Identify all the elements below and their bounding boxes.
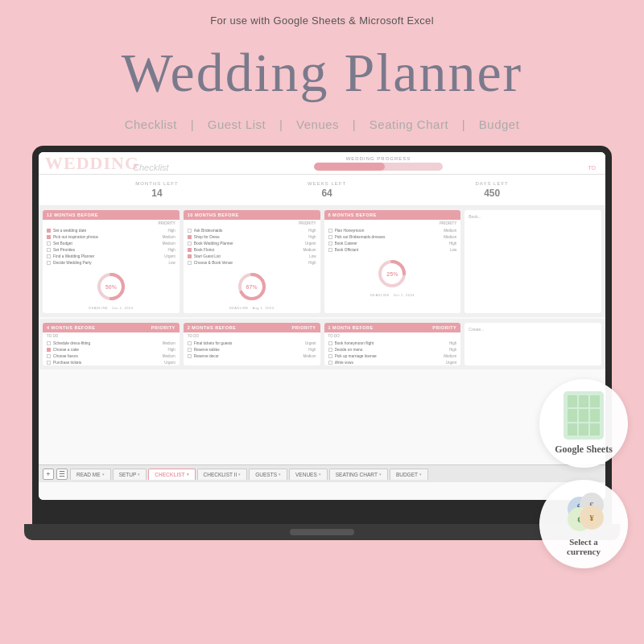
- task-priority-1-0: High: [308, 229, 316, 233]
- bottom-priority-1-1: High: [308, 348, 316, 352]
- bottom-checkbox-1-1[interactable]: [188, 348, 192, 352]
- task-text-0-1: Pick out inspiration photos: [53, 235, 160, 239]
- floating-icons: Google Sheets $ £ € ¥ Select acurrency: [539, 379, 628, 580]
- task-row-2-3: Book Officiant Low: [324, 246, 461, 253]
- card-header-0: 12 MONTHS BEFORE: [43, 210, 180, 220]
- google-sheets-icon: [564, 391, 604, 440]
- task-checkbox-2-0[interactable]: [328, 229, 332, 233]
- nav-sep-2: |: [279, 118, 287, 131]
- bottom-task-0-0: Schedule dress-fitting Medium: [43, 340, 180, 346]
- task-checkbox-0-1[interactable]: [47, 235, 51, 239]
- task-priority-2-2: High: [449, 242, 456, 246]
- task-row-0-4: Find a Wedding Planner Urgent: [43, 253, 180, 259]
- task-row-2-0: Plan Honeymoon Medium: [324, 227, 461, 233]
- progress-section: WEDDING PROGRESS: [185, 156, 572, 171]
- screen-main: WEDDING Checklist WEDDING PROGRESS TO: [39, 152, 605, 482]
- laptop-notch: [290, 529, 354, 535]
- card-donut-2: 25%: [324, 253, 461, 291]
- card-bottom-0: 4 MONTHS BEFORE PRIORITY TO DO Schedule …: [43, 323, 180, 365]
- task-checkbox-0-2[interactable]: [47, 242, 51, 246]
- task-text-1-2: Book Wedding Planner: [194, 242, 303, 246]
- task-checkbox-0-0[interactable]: [47, 229, 51, 233]
- card-deadline-0: DEADLINE Jun 1, 2024: [43, 304, 180, 313]
- tab-add-button[interactable]: +: [43, 469, 54, 480]
- task-row-1-5: Choose & Book Venue High: [184, 259, 320, 266]
- nav-guest-list[interactable]: Guest List: [208, 118, 266, 131]
- task-text-0-3: Set Priorities: [53, 248, 165, 252]
- tab-venues[interactable]: VENUES ▾: [289, 469, 328, 480]
- tab-seating-chart[interactable]: SEATING CHART ▾: [329, 469, 388, 480]
- stat-days-value: 450: [476, 188, 509, 199]
- task-row-2-1: Pick out Bridesmaids dresses Medium: [324, 233, 461, 240]
- tab-guests[interactable]: GUESTS ▾: [249, 469, 287, 480]
- task-checkbox-2-1[interactable]: [328, 235, 332, 239]
- task-checkbox-0-4[interactable]: [47, 254, 51, 258]
- bottom-checkbox-0-3[interactable]: [47, 361, 51, 365]
- nav-sep-3: |: [353, 118, 360, 131]
- tab-menu-button[interactable]: ☰: [56, 469, 68, 480]
- task-checkbox-1-5[interactable]: [188, 261, 192, 265]
- task-checkbox-1-3[interactable]: [188, 248, 192, 252]
- task-checkbox-1-1[interactable]: [188, 235, 192, 239]
- bottom-task-0-2: Choose favors Medium: [43, 353, 180, 359]
- card-bottom-2: 1 MONTH BEFORE PRIORITY TO DO Book honey…: [324, 323, 461, 365]
- card-header-1: 10 MONTHS BEFORE: [184, 210, 320, 220]
- card-bottom-3: Create...: [464, 323, 601, 365]
- top-note: For use with Google Sheets & Microsoft E…: [0, 14, 644, 27]
- tab-budget[interactable]: BUDGET ▾: [390, 469, 428, 480]
- laptop-body: WEDDING Checklist WEDDING PROGRESS TO: [32, 146, 612, 524]
- task-priority-0-0: High: [167, 229, 175, 233]
- progress-bar-fill: [314, 163, 385, 171]
- task-text-0-4: Find a Wedding Planner: [53, 254, 162, 258]
- bottom-task-text-1-2: Reserve decor: [194, 354, 301, 358]
- tab-checklist[interactable]: CHECKLIST ▾: [148, 469, 195, 480]
- bottom-task-text-2-1: Decide on menu: [335, 348, 447, 352]
- bottom-checkbox-1-2[interactable]: [188, 354, 192, 358]
- task-checkbox-0-5[interactable]: [47, 261, 51, 265]
- bottom-checkbox-0-0[interactable]: [47, 341, 51, 345]
- bottom-card-col-1: TO DO: [184, 332, 320, 340]
- bottom-checkbox-1-0[interactable]: [188, 341, 192, 345]
- donut-wrap-1: 67%: [237, 272, 266, 301]
- tab-read-me[interactable]: READ ME ▾: [70, 469, 111, 480]
- task-priority-0-3: High: [167, 248, 175, 252]
- to-label: TO: [588, 165, 599, 171]
- bottom-checkbox-0-2[interactable]: [47, 354, 51, 358]
- screen-content: WEDDING Checklist WEDDING PROGRESS TO: [39, 152, 605, 500]
- task-row-0-5: Decide Wedding Party Low: [43, 259, 180, 266]
- bottom-checkbox-2-3[interactable]: [328, 361, 332, 365]
- bottom-priority-0-3: Urgent: [164, 361, 175, 365]
- task-row-2-2: Book Caterer High: [324, 240, 461, 246]
- task-checkbox-1-4[interactable]: [188, 254, 192, 258]
- card-donut-1: 67%: [184, 266, 320, 304]
- task-checkbox-1-2[interactable]: [188, 242, 192, 246]
- bottom-task-text-0-1: Choose a cake: [53, 348, 165, 352]
- card-top-3: Book...: [464, 210, 601, 313]
- card-col-label-0: PRIORITY: [43, 220, 180, 227]
- bottom-task-2-0: Book honeymoon flight High: [324, 340, 461, 346]
- task-checkbox-2-2[interactable]: [328, 242, 332, 246]
- task-text-1-5: Choose & Book Venue: [194, 261, 306, 265]
- laptop-base: [24, 524, 620, 540]
- task-row-1-0: Ask Bridesmaids High: [184, 227, 320, 233]
- stat-weeks-value: 64: [308, 188, 346, 199]
- bottom-card-col-2: TO DO: [324, 332, 461, 340]
- task-checkbox-2-3[interactable]: [328, 248, 332, 252]
- bottom-checkbox-0-1[interactable]: [47, 348, 51, 352]
- task-checkbox-1-0[interactable]: [188, 229, 192, 233]
- task-checkbox-0-3[interactable]: [47, 248, 51, 252]
- tab-setup[interactable]: SETUP ▾: [113, 469, 147, 480]
- nav-checklist[interactable]: Checklist: [125, 118, 177, 131]
- nav-budget[interactable]: Budget: [479, 118, 520, 131]
- bottom-checkbox-2-2[interactable]: [328, 354, 332, 358]
- task-text-1-1: Shop for Dress: [194, 235, 306, 239]
- bottom-checkbox-2-1[interactable]: [328, 348, 332, 352]
- bottom-checkbox-2-0[interactable]: [328, 341, 332, 345]
- task-priority-0-4: Urgent: [164, 254, 175, 258]
- bottom-task-text-2-0: Book honeymoon flight: [335, 341, 447, 345]
- task-row-1-1: Shop for Dress High: [184, 233, 320, 240]
- tab-checklist-ii[interactable]: CHECKLIST II ▾: [197, 469, 248, 480]
- currency-label: Select acurrency: [567, 537, 601, 556]
- nav-venues[interactable]: Venues: [296, 118, 339, 131]
- nav-seating-chart[interactable]: Seating Chart: [369, 118, 448, 131]
